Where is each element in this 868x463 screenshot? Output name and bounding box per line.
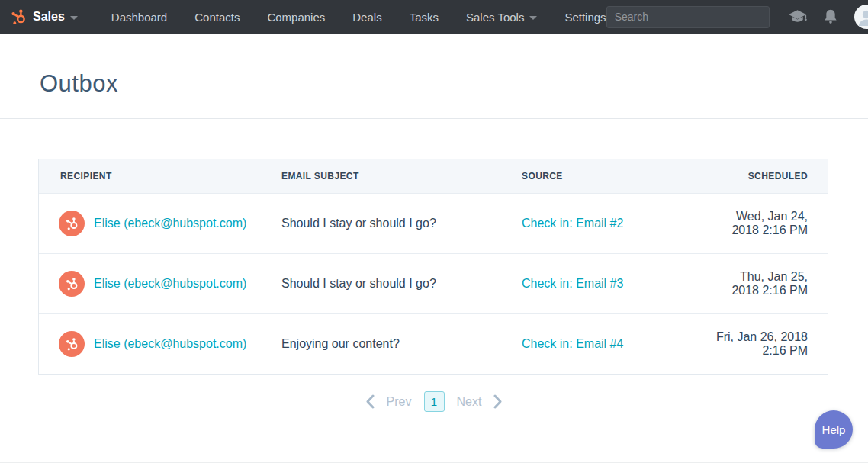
email-subject: Enjoying our content?: [281, 337, 522, 351]
nav-item-tasks[interactable]: Tasks: [410, 11, 439, 24]
avatar[interactable]: [854, 5, 868, 29]
next-button[interactable]: Next: [457, 395, 482, 409]
recipient-cell: Elise (ebeck@hubspot.com): [39, 271, 281, 297]
nav-item-deals[interactable]: Deals: [352, 11, 381, 24]
table-row: Elise (ebeck@hubspot.com) Should I stay …: [39, 253, 828, 313]
nav-item-label: Companies: [267, 11, 325, 24]
col-header-recipient: RECIPIENT: [39, 171, 281, 182]
outbox-table: RECIPIENT EMAIL SUBJECT SOURCE SCHEDULED: [38, 159, 828, 375]
col-header-email-subject: EMAIL SUBJECT: [281, 171, 522, 182]
email-subject: Should I stay or should I go?: [281, 217, 522, 230]
nav-items: Dashboard Contacts Companies Deals Tasks…: [111, 11, 606, 24]
col-header-source: SOURCE: [522, 171, 712, 182]
recipient-link[interactable]: Elise (ebeck@hubspot.com): [94, 217, 246, 230]
nav-item-settings[interactable]: Settings: [564, 11, 606, 24]
nav-item-sales-tools[interactable]: Sales Tools: [466, 11, 537, 24]
recipient-link[interactable]: Elise (ebeck@hubspot.com): [94, 337, 246, 351]
table-row: Elise (ebeck@hubspot.com) Enjoying our c…: [39, 313, 828, 374]
nav-item-label: Contacts: [194, 11, 240, 24]
nav-item-label: Deals: [352, 11, 381, 24]
nav-item-companies[interactable]: Companies: [267, 11, 325, 24]
chevron-down-icon: [70, 16, 78, 20]
nav-item-label: Tasks: [410, 11, 439, 24]
search-input[interactable]: [606, 6, 770, 28]
recipient-cell: Elise (ebeck@hubspot.com): [39, 211, 281, 236]
chevron-right-icon[interactable]: [493, 394, 503, 409]
recipient-cell: Elise (ebeck@hubspot.com): [39, 331, 281, 357]
chevron-down-icon: [529, 16, 537, 20]
email-subject: Should I stay or should I go?: [281, 277, 522, 291]
source-link[interactable]: Check in: Email #3: [522, 277, 623, 290]
prev-button[interactable]: Prev: [387, 395, 412, 409]
nav-item-label: Dashboard: [111, 11, 167, 24]
title-divider: [0, 118, 868, 119]
table-row: Elise (ebeck@hubspot.com) Should I stay …: [39, 193, 828, 253]
nav-item-contacts[interactable]: Contacts: [194, 11, 240, 24]
nav-right: [606, 5, 868, 29]
notifications-bell-icon[interactable]: [823, 8, 838, 25]
page-title: Outbox: [40, 69, 868, 98]
academy-graduation-cap-icon[interactable]: [788, 8, 807, 25]
contact-avatar-hubspot-sprocket-icon: [59, 271, 85, 297]
nav-item-label: Sales Tools: [466, 11, 524, 24]
scheduled-time: Thu, Jan 25, 2018 2:16 PM: [712, 270, 828, 297]
brand-label: Sales: [33, 10, 65, 24]
chevron-left-icon[interactable]: [365, 394, 375, 409]
nav-item-dashboard[interactable]: Dashboard: [111, 11, 167, 24]
contact-avatar-hubspot-sprocket-icon: [59, 211, 85, 236]
nav-item-label: Settings: [564, 11, 606, 24]
scheduled-time: Wed, Jan 24, 2018 2:16 PM: [712, 210, 828, 237]
brand-menu[interactable]: Sales: [10, 8, 78, 26]
pagination: Prev 1 Next: [0, 391, 868, 412]
contact-avatar-hubspot-sprocket-icon: [59, 331, 85, 357]
source-link[interactable]: Check in: Email #4: [522, 337, 623, 350]
help-button[interactable]: Help: [815, 410, 853, 449]
source-link[interactable]: Check in: Email #2: [522, 217, 623, 230]
top-nav: Sales Dashboard Contacts Companies Deals…: [0, 0, 868, 34]
main-content: Outbox RECIPIENT EMAIL SUBJECT SOURCE SC…: [0, 69, 868, 412]
current-page-button[interactable]: 1: [424, 391, 445, 412]
scheduled-time: Fri, Jan 26, 2018 2:16 PM: [712, 330, 828, 358]
recipient-link[interactable]: Elise (ebeck@hubspot.com): [94, 277, 246, 291]
hubspot-sprocket-icon: [10, 8, 27, 26]
table-header-row: RECIPIENT EMAIL SUBJECT SOURCE SCHEDULED: [39, 159, 828, 193]
col-header-scheduled: SCHEDULED: [712, 171, 828, 182]
